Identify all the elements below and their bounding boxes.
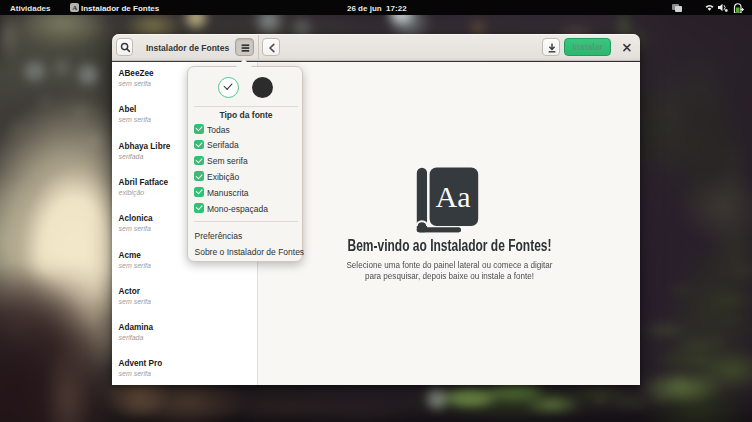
svg-text:Aa: Aa — [436, 180, 471, 213]
